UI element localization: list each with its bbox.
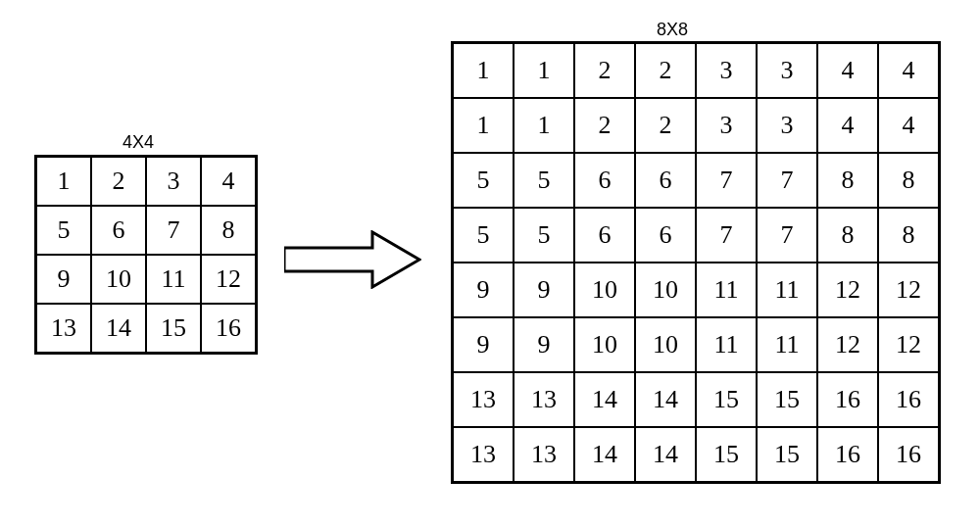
- cell: 15: [757, 372, 817, 427]
- grid-4x4: 1 2 3 4 5 6 7 8 9 10 11 12 13 14 15 16: [34, 155, 258, 355]
- cell: 7: [696, 153, 757, 208]
- cell: 11: [757, 317, 817, 372]
- diagram-container: 4X4 8X8 1 2 3 4 5 6 7 8 9 10 11 12 13 14…: [0, 0, 980, 526]
- grid-8x8: 1 1 2 2 3 3 4 4 1 1 2 2 3 3 4 4 5 5 6 6 …: [451, 41, 941, 484]
- cell: 6: [91, 206, 146, 255]
- cell: 12: [201, 255, 256, 304]
- cell: 9: [453, 317, 514, 372]
- cell: 4: [817, 98, 878, 153]
- cell: 10: [574, 263, 635, 317]
- cell: 5: [514, 208, 574, 263]
- cell: 11: [696, 263, 757, 317]
- cell: 16: [878, 427, 939, 482]
- cell: 12: [878, 263, 939, 317]
- cell: 4: [878, 43, 939, 98]
- cell: 14: [635, 372, 696, 427]
- cell: 3: [757, 43, 817, 98]
- cell: 10: [635, 263, 696, 317]
- cell: 11: [146, 255, 201, 304]
- cell: 11: [696, 317, 757, 372]
- cell: 2: [635, 98, 696, 153]
- cell: 13: [36, 304, 91, 353]
- cell: 16: [878, 372, 939, 427]
- cell: 1: [453, 98, 514, 153]
- cell: 4: [201, 157, 256, 206]
- cell: 13: [514, 427, 574, 482]
- cell: 10: [91, 255, 146, 304]
- cell: 10: [574, 317, 635, 372]
- cell: 6: [635, 153, 696, 208]
- cell: 10: [635, 317, 696, 372]
- cell: 5: [36, 206, 91, 255]
- cell: 13: [453, 372, 514, 427]
- cell: 1: [36, 157, 91, 206]
- cell: 2: [635, 43, 696, 98]
- cell: 4: [878, 98, 939, 153]
- cell: 15: [146, 304, 201, 353]
- cell: 11: [757, 263, 817, 317]
- cell: 3: [146, 157, 201, 206]
- cell: 3: [696, 43, 757, 98]
- cell: 5: [453, 208, 514, 263]
- cell: 16: [201, 304, 256, 353]
- cell: 1: [514, 98, 574, 153]
- cell: 9: [514, 263, 574, 317]
- cell: 7: [696, 208, 757, 263]
- cell: 3: [757, 98, 817, 153]
- cell: 2: [574, 43, 635, 98]
- cell: 12: [817, 263, 878, 317]
- cell: 14: [574, 372, 635, 427]
- cell: 9: [514, 317, 574, 372]
- cell: 12: [817, 317, 878, 372]
- cell: 1: [453, 43, 514, 98]
- grid-8x8-label: 8X8: [657, 20, 688, 40]
- cell: 8: [878, 208, 939, 263]
- cell: 8: [878, 153, 939, 208]
- cell: 9: [36, 255, 91, 304]
- cell: 6: [635, 208, 696, 263]
- cell: 8: [201, 206, 256, 255]
- cell: 14: [574, 427, 635, 482]
- cell: 5: [453, 153, 514, 208]
- cell: 15: [757, 427, 817, 482]
- cell: 13: [453, 427, 514, 482]
- cell: 7: [757, 153, 817, 208]
- cell: 12: [878, 317, 939, 372]
- cell: 15: [696, 372, 757, 427]
- cell: 13: [514, 372, 574, 427]
- cell: 7: [757, 208, 817, 263]
- cell: 8: [817, 208, 878, 263]
- cell: 9: [453, 263, 514, 317]
- cell: 6: [574, 153, 635, 208]
- arrow-icon: [284, 230, 421, 289]
- cell: 16: [817, 372, 878, 427]
- cell: 5: [514, 153, 574, 208]
- cell: 4: [817, 43, 878, 98]
- cell: 14: [91, 304, 146, 353]
- cell: 3: [696, 98, 757, 153]
- cell: 14: [635, 427, 696, 482]
- cell: 8: [817, 153, 878, 208]
- cell: 7: [146, 206, 201, 255]
- cell: 16: [817, 427, 878, 482]
- cell: 2: [574, 98, 635, 153]
- cell: 15: [696, 427, 757, 482]
- cell: 2: [91, 157, 146, 206]
- cell: 6: [574, 208, 635, 263]
- cell: 1: [514, 43, 574, 98]
- svg-marker-0: [284, 232, 419, 287]
- grid-4x4-label: 4X4: [122, 132, 154, 153]
